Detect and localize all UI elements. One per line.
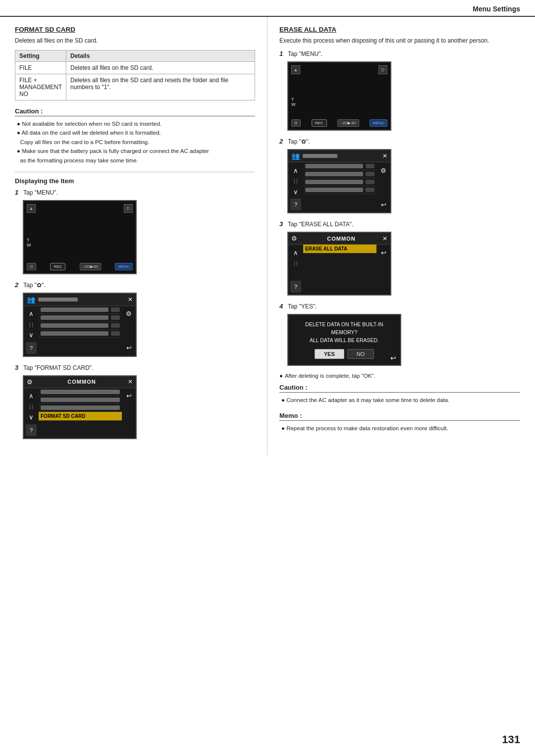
camera-screen-1-left: ▲ D TW ⊡ REC □2D▶3D MENU — [23, 200, 137, 274]
table-row: FILE Deletes all files on the SD card. — [15, 62, 255, 74]
step-1-line: 1 Tap "MENU". — [15, 189, 255, 196]
check-icon-r[interactable]: ∨ — [290, 186, 301, 198]
erase-menu-entries: ERASE ALL DATA — [303, 245, 376, 295]
question-icon-r[interactable]: ? — [290, 199, 301, 210]
common-label-left: COMMON — [67, 379, 96, 385]
menu-header-row-r: 👥 ✕ — [288, 150, 390, 162]
erase-all-section: ERASE ALL DATA Execute this process when… — [279, 26, 520, 433]
format-entry-3 — [39, 404, 122, 412]
cam-bottom-bar-r: ⊡ REC □2D▶3D MENU — [291, 119, 387, 127]
caution-item: All data on the card will be deleted whe… — [17, 128, 255, 147]
back-icon[interactable]: ↩ — [126, 342, 132, 354]
gear-icon-r[interactable]: ⚙ — [380, 164, 386, 176]
confirm-screen: DELETE DATA ON THE BUILT-IN MEMORY? ALL … — [287, 314, 401, 366]
left-column: FORMAT SD CARD Deletes all files on the … — [0, 17, 268, 455]
back-icon-e[interactable]: ↩ — [381, 247, 386, 258]
menu-close-btn-r[interactable]: ✕ — [382, 152, 387, 159]
divider — [15, 172, 255, 172]
step-3-line-left: 3 Tap "FORMAT SD CARD". — [15, 364, 255, 371]
menu-entry-4 — [39, 330, 122, 338]
format-caution-title: Caution : — [15, 107, 255, 116]
right-step-2-num: 2 — [279, 138, 285, 145]
check-icon[interactable]: ∨ — [26, 329, 37, 341]
yes-button[interactable]: YES — [315, 349, 344, 359]
menu-entry-2 — [39, 314, 122, 322]
cam-btn-rec-r: REC — [312, 119, 327, 127]
table-header-details: Details — [66, 50, 255, 62]
erase-all-data-entry[interactable]: ERASE ALL DATA — [303, 245, 376, 253]
displaying-title: Displaying the Item — [15, 177, 255, 185]
back-icon-r[interactable]: ↩ — [381, 199, 386, 210]
erase-caution-block: Caution : Connect the AC adapter as it m… — [279, 384, 520, 404]
back-icon-2[interactable]: ↩ — [126, 390, 132, 402]
erase-caution-title: Caution : — [279, 384, 520, 393]
question-icon-2[interactable]: ? — [26, 424, 37, 436]
caution-item: Make sure that the battery pack is fully… — [17, 147, 255, 165]
page-number: 131 — [502, 733, 520, 746]
step-3-num: 3 — [15, 364, 21, 371]
step-2-num: 2 — [15, 281, 21, 289]
format-menu-close[interactable]: ✕ — [128, 378, 133, 385]
table-row: FILE +MANAGEMENTNO Deletes all files on … — [15, 74, 255, 101]
erase-menu-screen: ⚙ COMMON ✕ ∧ ∣∣ ? ERASE ALL DATA — [287, 232, 391, 296]
right-step-4-line: 4 Tap "YES". — [279, 302, 520, 310]
cam-btn-menu-r[interactable]: MENU — [370, 119, 387, 127]
slash-row-e: ∣∣ — [290, 259, 301, 267]
gear-icon-erase: ⚙ — [291, 235, 297, 242]
menu-close-btn[interactable]: ✕ — [128, 296, 133, 303]
cam-btn-rec: REC — [50, 263, 65, 270]
table-cell-details-2: Deletes all files on the SD card and res… — [66, 74, 255, 101]
table-cell-setting-2: FILE +MANAGEMENTNO — [15, 74, 66, 101]
no-button[interactable]: NO — [347, 349, 374, 359]
menu-entries — [39, 306, 122, 356]
format-menu-left-nav: ∧ ∣∣ ∨ ? — [24, 388, 39, 438]
slash-row: ∣∣ — [26, 321, 37, 328]
format-entry-2 — [39, 396, 122, 404]
format-sd-card-entry[interactable]: FORMAT SD CARD — [39, 412, 122, 421]
table-cell-setting-1: FILE — [15, 62, 66, 74]
after-note: ● After deleting is complete, tap "OK". — [279, 373, 520, 379]
up-arrow-icon[interactable]: ∧ — [26, 308, 37, 320]
menu-screen-1-left: 👥 ✕ ∧ ∣∣ ∨ ? — [23, 293, 137, 357]
right-step-1-line: 1 Tap "MENU". — [279, 50, 520, 57]
cam-tw-r: TW — [291, 97, 387, 107]
cam-top-icons-r: ▲ D — [291, 65, 387, 74]
menu-entry-r-4 — [303, 186, 376, 194]
format-menu-header: ⚙ COMMON ✕ — [24, 376, 136, 388]
menu-left-nav: ∧ ∣∣ ∨ ? — [24, 306, 39, 356]
menu-screen-1-right: 👥 ✕ ∧ ∣∣ ∨ ? — [287, 149, 391, 213]
slash-row-2: ∣∣ — [26, 403, 37, 410]
step-1-num: 1 — [15, 189, 21, 196]
gear-icon-2: ⚙ — [27, 378, 33, 386]
format-sd-desc: Deletes all files on the SD card. — [15, 36, 255, 45]
camera-screen-1-right: ▲ D TW ⊡ REC □2D▶3D MENU — [287, 61, 391, 131]
erase-all-title: ERASE ALL DATA — [279, 26, 520, 33]
gear-icon[interactable]: ⚙ — [126, 308, 132, 320]
table-cell-details-1: Deletes all files on the SD card. — [66, 62, 255, 74]
cam-btn-2d3d: □2D▶3D — [80, 263, 101, 270]
table-header-setting: Setting — [15, 50, 66, 62]
question-icon-e[interactable]: ? — [290, 281, 301, 293]
caution-item: Not available for selection when no SD c… — [17, 119, 255, 128]
question-icon[interactable]: ? — [26, 342, 37, 354]
format-caution-list: Not available for selection when no SD c… — [15, 119, 255, 165]
step-1-text: Tap "MENU". — [23, 189, 58, 196]
up-arrow-icon-r[interactable]: ∧ — [290, 164, 301, 176]
down-check-icon-2[interactable]: ∨ — [26, 411, 37, 423]
confirm-text: DELETE DATA ON THE BUILT-IN MEMORY? ALL … — [293, 321, 395, 344]
erase-menu-body: ∧ ∣∣ ? ERASE ALL DATA ↩ — [288, 245, 390, 295]
step-2-text: Tap "✿". — [23, 282, 46, 289]
common-label-right: COMMON — [327, 236, 355, 242]
cam-btn-menu[interactable]: MENU — [115, 263, 133, 270]
persons-icon: 👥 — [27, 296, 35, 303]
up-arrow-icon-2[interactable]: ∧ — [26, 390, 37, 402]
format-sd-section: FORMAT SD CARD Deletes all files on the … — [15, 26, 255, 165]
erase-all-desc: Execute this process when disposing of t… — [279, 36, 520, 45]
memo-item: Repeat the process to make data restorat… — [281, 424, 520, 433]
erase-menu-close[interactable]: ✕ — [382, 235, 387, 242]
confirm-back-icon[interactable]: ↩ — [390, 354, 396, 362]
menu-header-row: 👥 ✕ — [24, 294, 136, 306]
up-arrow-icon-e[interactable]: ∧ — [290, 247, 301, 258]
right-step-2-line: 2 Tap "✿". — [279, 138, 520, 145]
memo-title: Memo : — [279, 412, 520, 421]
